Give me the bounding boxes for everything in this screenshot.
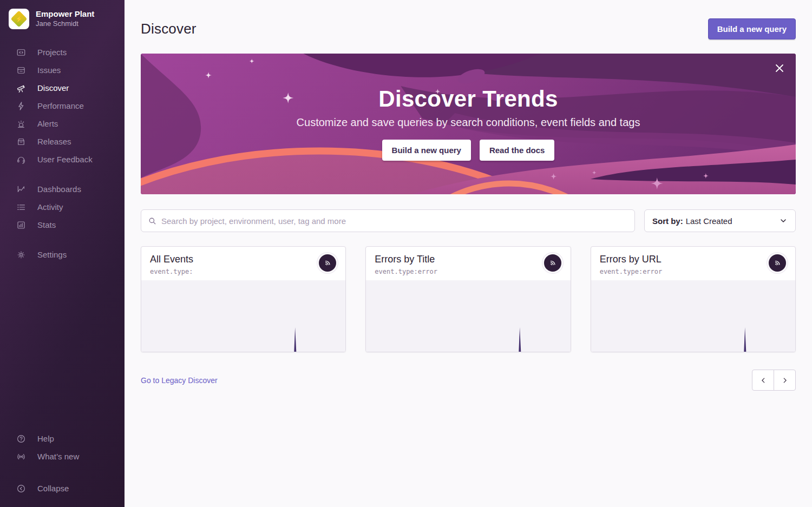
sidebar-item-stats[interactable]: Stats <box>0 216 125 234</box>
bolt-icon: ⚡ <box>13 13 25 25</box>
banner-title: Discover Trends <box>141 86 796 112</box>
sidebar-item-label: Issues <box>37 65 61 75</box>
chevron-left-icon <box>759 377 767 384</box>
issues-icon <box>16 65 27 76</box>
sidebar-item-label: What’s new <box>37 452 79 461</box>
sidebar-item-help[interactable]: Help <box>0 430 125 447</box>
banner-close-icon[interactable] <box>773 62 786 75</box>
pagination <box>752 370 796 391</box>
card-title: Errors by URL <box>600 254 787 265</box>
org-logo-diamond-icon: ⚡ <box>10 10 27 27</box>
sidebar-item-performance[interactable]: Performance <box>0 97 125 115</box>
sort-dropdown[interactable]: Sort by:Last Created <box>644 209 796 232</box>
collapse-chevron-icon <box>16 483 27 494</box>
card-query: event.type:error <box>600 268 787 275</box>
page-header: Discover Build a new query <box>141 18 796 39</box>
sidebar-item-label: Activity <box>37 202 63 212</box>
sidebar-item-activity[interactable]: Activity <box>0 198 125 216</box>
org-name: Empower Plant <box>36 9 94 19</box>
banner-read-docs-button[interactable]: Read the docs <box>480 140 555 161</box>
query-card-all-events[interactable]: All Events event.type: Last 24 hrs Edite… <box>141 246 346 352</box>
sidebar-item-discover[interactable]: Discover <box>0 79 125 97</box>
search-input[interactable] <box>161 216 627 226</box>
sidebar-item-label: User Feedback <box>37 155 93 164</box>
discover-trends-banner: Discover Trends Customize and save queri… <box>141 54 796 194</box>
broadcast-icon <box>16 451 27 462</box>
bar-chart-icon <box>16 220 27 231</box>
sort-value: Last Created <box>686 216 732 226</box>
sidebar-item-label: Alerts <box>37 119 58 128</box>
main-content: Discover Build a new query <box>125 0 812 507</box>
sidebar-item-releases[interactable]: Releases <box>0 133 125 150</box>
page-title: Discover <box>141 21 197 37</box>
sidebar-nav: Projects Issues Discover Performance Ale… <box>0 43 125 264</box>
query-card-errors-by-title[interactable]: Errors by Title event.type:error Last 24… <box>365 246 571 352</box>
sidebar-item-settings[interactable]: Settings <box>0 246 125 264</box>
card-title: All Events <box>150 254 337 265</box>
sidebar-item-dashboards[interactable]: Dashboards <box>0 180 125 198</box>
gear-icon <box>16 249 27 260</box>
sidebar-item-label: Discover <box>37 83 69 93</box>
projects-icon <box>16 47 27 58</box>
pagination-next-button[interactable] <box>774 370 796 391</box>
sidebar-item-label: Settings <box>37 250 67 259</box>
siren-icon <box>16 118 27 129</box>
card-query: event.type: <box>150 268 337 275</box>
sparkline-chart <box>366 280 570 352</box>
sentry-logo-badge <box>542 253 563 273</box>
sidebar-item-user-feedback[interactable]: User Feedback <box>0 150 125 168</box>
sidebar-item-label: Performance <box>37 101 84 110</box>
search-box <box>141 209 635 232</box>
sidebar-item-projects[interactable]: Projects <box>0 43 125 61</box>
sidebar-item-label: Collapse <box>37 484 69 493</box>
sidebar-item-label: Stats <box>37 220 56 229</box>
sidebar: ⚡ Empower Plant Jane Schmidt Projects Is… <box>0 0 125 507</box>
chevron-down-icon <box>779 216 788 225</box>
help-icon <box>16 433 27 444</box>
legacy-discover-link[interactable]: Go to Legacy Discover <box>141 376 218 385</box>
headset-icon <box>16 154 27 165</box>
sidebar-item-label: Releases <box>37 137 71 146</box>
sort-label: Sort by: <box>652 216 683 226</box>
query-card-errors-by-url[interactable]: Errors by URL event.type:error Last 24 h… <box>591 246 796 352</box>
list-icon <box>16 202 27 213</box>
org-logo: ⚡ <box>9 9 29 29</box>
sparkline-chart <box>141 280 345 352</box>
sidebar-item-label: Help <box>37 434 54 443</box>
org-info: Empower Plant Jane Schmidt <box>36 9 94 29</box>
banner-build-query-button[interactable]: Build a new query <box>382 140 471 161</box>
org-user: Jane Schmidt <box>36 19 94 29</box>
build-new-query-button[interactable]: Build a new query <box>708 18 796 39</box>
card-title: Errors by Title <box>375 254 561 265</box>
lightning-icon <box>16 101 27 111</box>
pagination-previous-button[interactable] <box>752 370 774 391</box>
sentry-logo-badge <box>767 253 788 273</box>
chevron-right-icon <box>781 377 789 384</box>
sort-text: Sort by:Last Created <box>652 216 732 226</box>
banner-subtitle: Customize and save queries by search con… <box>141 116 796 129</box>
banner-content: Discover Trends Customize and save queri… <box>141 54 796 161</box>
bottom-row: Go to Legacy Discover <box>141 370 796 391</box>
sparkline-chart <box>591 280 795 352</box>
archive-icon <box>16 136 27 147</box>
banner-buttons: Build a new query Read the docs <box>141 140 796 161</box>
query-toolbar: Sort by:Last Created <box>141 209 796 232</box>
sidebar-item-label: Projects <box>37 48 67 57</box>
sidebar-item-issues[interactable]: Issues <box>0 61 125 79</box>
saved-query-cards: All Events event.type: Last 24 hrs Edite… <box>141 246 796 352</box>
card-header: Errors by URL event.type:error <box>591 247 795 280</box>
org-switcher[interactable]: ⚡ Empower Plant Jane Schmidt <box>0 0 125 37</box>
line-chart-icon <box>16 184 27 195</box>
card-query: event.type:error <box>375 268 561 275</box>
sidebar-item-label: Dashboards <box>37 185 81 194</box>
sidebar-item-whats-new[interactable]: What’s new <box>0 447 125 465</box>
sidebar-item-alerts[interactable]: Alerts <box>0 115 125 133</box>
sidebar-collapse-button[interactable]: Collapse <box>0 479 125 497</box>
card-header: Errors by Title event.type:error <box>366 247 570 280</box>
search-icon <box>148 217 156 225</box>
telescope-icon <box>16 83 27 94</box>
card-header: All Events event.type: <box>141 247 345 280</box>
